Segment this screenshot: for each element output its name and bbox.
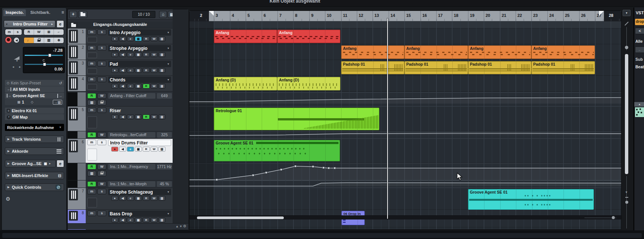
write-button[interactable]: W	[34, 29, 44, 35]
vertical-scrollbar-thumb[interactable]	[625, 54, 628, 174]
read-button[interactable]: R	[143, 147, 150, 152]
output-edit-icon[interactable]: →	[57, 94, 62, 98]
read-button[interactable]: R	[143, 68, 150, 73]
lanes-button[interactable]: ▥	[158, 218, 165, 222]
track-name-field[interactable]: Chords▼	[108, 77, 171, 83]
folder-track-row[interactable]: Eingangs-/Ausgangskanäle	[68, 21, 173, 29]
open-editor-button[interactable]: ▦	[135, 196, 142, 201]
lower-zone-bar[interactable]	[2, 233, 642, 238]
solo-button[interactable]: s	[97, 29, 106, 35]
lanes-button[interactable]: ▥	[158, 52, 165, 57]
midi-clip[interactable]: Anfang	[214, 30, 277, 43]
automation-parameter[interactable]: Anfang - Filter Cutoff	[108, 93, 155, 99]
freeze-button[interactable]: ⊛	[54, 38, 64, 43]
lanes-button[interactable]: ▥	[158, 84, 165, 89]
automation-curve-frequency[interactable]	[189, 163, 622, 180]
inspector-settings-gear-icon[interactable]: ⚙	[6, 196, 10, 202]
automation-curve-retrologue[interactable]	[189, 131, 622, 139]
edit-button[interactable]: e	[127, 196, 134, 201]
lock-button[interactable]	[97, 171, 106, 176]
record-arm-button[interactable]: ●	[111, 147, 118, 152]
automation-curve-morph[interactable]	[189, 180, 622, 188]
edit-button[interactable]: e	[127, 114, 134, 119]
section-midi-inserts[interactable]: ▶ MIDI-Insert-Effekte ⊟	[5, 172, 64, 179]
playhead-cursor[interactable]	[387, 18, 388, 219]
edit-button[interactable]: e	[127, 218, 134, 222]
write-button[interactable]: W	[151, 218, 158, 222]
read-button[interactable]: R	[143, 196, 150, 201]
record-arm-button[interactable]: ●	[111, 84, 118, 89]
automation-parameter[interactable]: Ins.:1:Mo...Frequency	[108, 164, 155, 170]
volume-handle[interactable]	[48, 54, 51, 57]
write-button[interactable]: W	[151, 147, 158, 152]
solo-button[interactable]: s	[97, 189, 106, 194]
tab-inspector[interactable]: Inspecto.	[3, 9, 26, 16]
track-expand-box[interactable]	[87, 53, 97, 58]
edit-button[interactable]: e	[127, 52, 134, 57]
mute-button[interactable]: m	[87, 189, 96, 194]
timeline-ruler[interactable]: 2 3 4 5 6 7 8 9 10 11 12 13 14 15 16 17 …	[189, 11, 622, 21]
read-button[interactable]: R	[87, 181, 96, 187]
open-editor-button[interactable]: ▦	[135, 218, 142, 222]
track-name-field[interactable]: Pad▼	[108, 61, 171, 67]
mute-button[interactable]: m	[87, 29, 96, 35]
filter-sub-label[interactable]: Sub	[635, 57, 643, 62]
record-arm-button[interactable]: ●	[111, 218, 118, 222]
instrument-edit-button[interactable]: e	[57, 160, 64, 167]
monitor-button[interactable]: ◀	[119, 196, 126, 201]
filter-all-label[interactable]: Alle	[635, 39, 643, 44]
track-name-field[interactable]: Bass Drop▼	[108, 210, 171, 217]
edit-button[interactable]: e	[127, 84, 134, 89]
section-chords[interactable]: ▶ Akkorde	[5, 147, 64, 155]
open-editor-button[interactable]: ▦	[135, 147, 142, 152]
record-arm-button[interactable]	[5, 36, 12, 44]
read-button[interactable]: R	[143, 114, 150, 119]
track-name-field[interactable]: Strophe Arpeggio▼	[108, 45, 171, 51]
horizontal-scrollbar-thumb[interactable]	[197, 216, 284, 219]
read-button[interactable]: R	[87, 164, 96, 170]
solo-button[interactable]: s	[97, 45, 106, 51]
lanes-button[interactable]: ▥	[158, 114, 165, 119]
track-row-6-selected[interactable]: 6 m s Intro Drums Filter ● ◀ e ▦ R W ▥	[68, 139, 173, 163]
midi-clip[interactable]: Anfang (D)	[277, 77, 340, 90]
automation-value[interactable]: 45 %	[157, 181, 172, 187]
lanes-button[interactable]: ▥	[44, 38, 54, 43]
project-end-marker[interactable]	[599, 11, 604, 16]
section-quick-controls[interactable]: ▶ Quick Controls ⊘	[5, 183, 64, 191]
lanes-button[interactable]: ▥	[87, 171, 96, 176]
mute-button[interactable]: m	[87, 61, 96, 66]
track-name-field[interactable]: Intro Arpeggio▼	[108, 29, 171, 36]
read-button[interactable]: R	[143, 84, 150, 89]
scroll-up-icon[interactable]: ▲	[176, 225, 179, 228]
open-editor-button[interactable]: ▦	[135, 68, 142, 73]
track-expand-box[interactable]	[87, 149, 97, 161]
solo-button[interactable]: s	[97, 107, 106, 113]
input-routing-row[interactable]: → All MIDI Inputs	[5, 86, 64, 92]
automation-parameter[interactable]: Ins.:1:Mo...ter-Morph	[108, 181, 155, 187]
solo-button[interactable]: s	[97, 61, 106, 66]
track-row-2[interactable]: 2 m s Strophe Arpeggio▼ ● ◀ e ▦ R W ▥	[68, 44, 173, 60]
track-expand-box[interactable]	[87, 37, 97, 42]
monitor-button[interactable]: ◀	[119, 147, 126, 152]
inspector-menu-icon[interactable]: ≡	[61, 10, 64, 15]
write-button[interactable]: W	[97, 164, 106, 170]
horizontal-scrollbar[interactable]	[189, 215, 622, 219]
monitor-button[interactable]: ◀	[119, 84, 126, 89]
quantize-button[interactable]: ♩	[24, 38, 34, 43]
midi-clip[interactable]: Anfang	[531, 45, 595, 59]
automation-value[interactable]: 325	[157, 132, 172, 138]
audio-clip[interactable]: Retrologue 01	[214, 108, 379, 130]
write-button[interactable]: W	[151, 84, 158, 89]
zoom-slider-handle[interactable]	[625, 46, 628, 49]
pan-handle[interactable]	[43, 63, 46, 66]
track-row-3[interactable]: 3 m s Pad▼ ● ◀ e ▦ R W ▥	[68, 60, 173, 76]
automation-curve-filter-cutoff[interactable]	[189, 92, 622, 107]
read-button[interactable]: R	[143, 52, 150, 57]
open-parts-button[interactable]: ⊞	[44, 29, 54, 35]
lanes-button[interactable]: ▥	[158, 196, 165, 201]
monitor-button[interactable]: ◀	[13, 37, 19, 43]
vzoom-slider-handle[interactable]	[625, 201, 628, 204]
automation-value[interactable]: 649	[157, 93, 172, 99]
fold-icon[interactable]: ▼	[4, 23, 9, 26]
open-editor-button[interactable]: ▦	[135, 36, 142, 41]
